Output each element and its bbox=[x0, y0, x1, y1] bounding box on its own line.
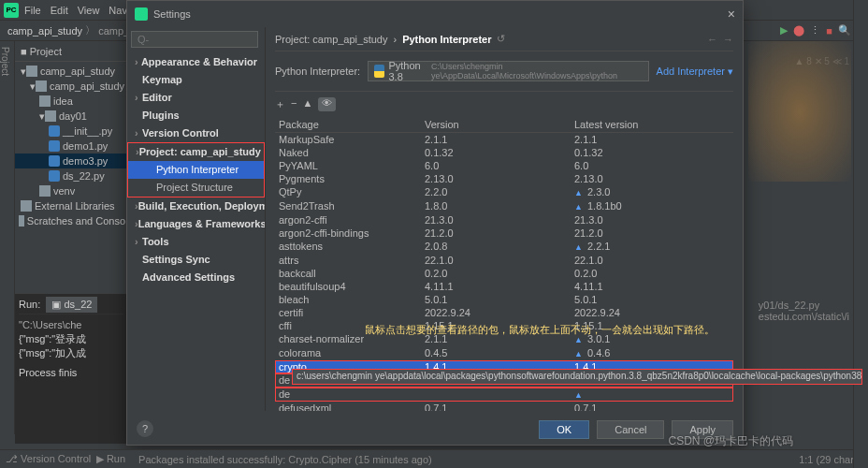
dialog-title: Settings bbox=[153, 8, 191, 20]
dialog-icon bbox=[135, 7, 148, 21]
menu-edit[interactable]: Edit bbox=[51, 5, 68, 16]
nav-back-icon[interactable]: ← bbox=[707, 34, 717, 45]
annotation-text: 鼠标点击想要的查看路径的包，鼠标放在上面不动，一会就会出现如下路径。 bbox=[365, 323, 715, 337]
add-interpreter-link[interactable]: Add Interpreter ▾ bbox=[657, 66, 733, 78]
run-out-3: {"msg":"加入成 bbox=[19, 346, 123, 360]
interpreter-select[interactable]: Python 3.8 C:\Users\chengmin ye\AppData\… bbox=[368, 61, 648, 81]
reset-icon[interactable]: ↺ bbox=[497, 33, 505, 45]
package-row[interactable]: MarkupSafe2.1.12.1.1 bbox=[275, 133, 733, 146]
col-version[interactable]: Version bbox=[425, 119, 574, 130]
more-icon[interactable]: ⋮ bbox=[810, 24, 820, 37]
package-row[interactable]: colorama0.4.5▲ 0.4.6 bbox=[275, 346, 733, 360]
settings-tree-item[interactable]: Settings Sync bbox=[127, 251, 265, 269]
tree-item[interactable]: ▾ camp_api_study bbox=[15, 79, 127, 94]
tree-item[interactable]: demo1.py bbox=[15, 139, 127, 154]
package-row[interactable]: certifi2022.9.242022.9.24 bbox=[275, 306, 733, 319]
status-vc[interactable]: ⎇ Version Control bbox=[6, 453, 91, 465]
breadcrumb-sep: 〉 bbox=[82, 23, 98, 37]
run-tab[interactable]: ▣ ds_22 bbox=[46, 297, 97, 313]
eye-icon[interactable]: 👁 bbox=[318, 97, 336, 111]
tree-item[interactable]: ▾ day01 bbox=[15, 109, 127, 124]
run-out-1: "C:\Users\che bbox=[19, 318, 123, 332]
settings-tree-item[interactable]: Keymap bbox=[127, 71, 265, 89]
status-run[interactable]: ▶ Run bbox=[96, 453, 125, 465]
run-label: Run: bbox=[19, 298, 40, 312]
package-row[interactable]: QtPy2.2.0▲ 2.3.0 bbox=[275, 185, 733, 199]
tree-item[interactable]: ds_22.py bbox=[15, 168, 127, 183]
run-icon[interactable]: ▶ bbox=[780, 24, 788, 37]
tree-item[interactable]: venv bbox=[15, 183, 127, 198]
debug-icon[interactable]: ⬤ bbox=[793, 24, 804, 37]
up-pkg-icon[interactable]: ▲ bbox=[302, 97, 312, 111]
package-row[interactable]: asttokens2.0.8▲ 2.2.1 bbox=[275, 240, 733, 254]
add-pkg-icon[interactable]: ＋ bbox=[275, 97, 285, 111]
settings-tree-item[interactable]: Advanced Settings bbox=[127, 269, 265, 286]
package-row[interactable]: beautifulsoup44.11.14.11.1 bbox=[275, 280, 733, 293]
menu-view[interactable]: View bbox=[78, 5, 100, 16]
project-pane-title: ■ Project bbox=[21, 46, 62, 57]
package-row[interactable]: Naked0.1.320.1.32 bbox=[275, 146, 733, 159]
stop-icon[interactable]: ■ bbox=[826, 25, 832, 37]
settings-search-input[interactable] bbox=[131, 31, 258, 48]
menu-file[interactable]: File bbox=[24, 5, 41, 16]
ok-button[interactable]: OK bbox=[539, 420, 589, 439]
settings-tree-item[interactable]: ›Version Control bbox=[127, 124, 265, 142]
package-row[interactable]: argon2-cffi-bindings21.2.021.2.0 bbox=[275, 227, 733, 240]
tree-item[interactable]: idea bbox=[15, 94, 127, 109]
left-gutter: Project bbox=[0, 41, 15, 434]
package-row[interactable]: Send2Trash1.8.0▲ 1.8.1b0 bbox=[275, 199, 733, 213]
cancel-button[interactable]: Cancel bbox=[597, 420, 664, 439]
package-row[interactable]: de▲ bbox=[275, 388, 733, 402]
settings-tree-item[interactable]: ›Build, Execution, Deployment bbox=[127, 197, 265, 215]
nav-fwd-icon: → bbox=[723, 34, 733, 45]
run-out-4: Process finis bbox=[19, 366, 123, 380]
package-row[interactable]: Pygments2.13.02.13.0 bbox=[275, 172, 733, 185]
package-row[interactable]: PyYAML6.06.0 bbox=[275, 159, 733, 172]
chevron-icon: › bbox=[393, 34, 397, 45]
close-icon[interactable]: × bbox=[728, 7, 735, 22]
settings-tree-item[interactable]: ›Project: camp_api_study bbox=[127, 142, 265, 161]
tree-item[interactable]: demo3.py bbox=[15, 154, 127, 168]
watermark: CSDN @玛卡巴卡的代码 bbox=[668, 433, 793, 449]
python-icon bbox=[374, 65, 384, 78]
settings-tree-item[interactable]: Python Interpreter bbox=[127, 161, 265, 179]
app-icon: PC bbox=[4, 3, 19, 18]
remove-pkg-icon[interactable]: − bbox=[291, 97, 297, 111]
settings-tree-item[interactable]: ›Appearance & Behavior bbox=[127, 53, 265, 71]
package-row[interactable]: defusedxml0.7.10.7.1 bbox=[275, 402, 733, 411]
breadcrumb-root[interactable]: camp_api_study bbox=[7, 25, 82, 37]
path-tooltip: c:\users\chengmin ye\appdata\local\packa… bbox=[292, 369, 862, 385]
right-gutter bbox=[853, 0, 868, 468]
search-icon[interactable]: 🔍 bbox=[838, 24, 851, 37]
help-icon[interactable]: ? bbox=[137, 420, 153, 437]
settings-tree-item[interactable]: ›Editor bbox=[127, 89, 265, 107]
package-row[interactable]: attrs22.1.022.1.0 bbox=[275, 254, 733, 267]
settings-tree-item[interactable]: Plugins bbox=[127, 107, 265, 124]
settings-tree-item[interactable]: ›Languages & Frameworks bbox=[127, 215, 265, 233]
col-package[interactable]: Package bbox=[275, 119, 425, 130]
package-row[interactable]: backcall0.2.00.2.0 bbox=[275, 267, 733, 280]
decorative-character bbox=[748, 41, 851, 182]
settings-crumb-1[interactable]: Project: camp_api_study bbox=[275, 34, 387, 45]
settings-tree-item[interactable]: ›Tools bbox=[127, 233, 265, 251]
interpreter-label: Python Interpreter: bbox=[275, 66, 360, 77]
tree-item[interactable]: External Libraries bbox=[15, 198, 127, 213]
tree-item[interactable]: Scratches and Conso bbox=[15, 213, 127, 228]
package-row[interactable]: bleach5.0.15.0.1 bbox=[275, 293, 733, 306]
run-out-2: {"msg":"登录成 bbox=[19, 332, 123, 346]
tree-item[interactable]: ▾ camp_api_study bbox=[15, 64, 127, 79]
status-msg: Packages installed successfully: Crypto.… bbox=[138, 454, 432, 465]
settings-tree-item[interactable]: Project Structure bbox=[127, 179, 265, 197]
package-row[interactable]: argon2-cffi21.3.021.3.0 bbox=[275, 213, 733, 227]
editor-peek-2: estedu.com\/static\/i bbox=[759, 311, 849, 322]
editor-peek-1: y01/ds_22.py bbox=[759, 300, 849, 311]
col-latest[interactable]: Latest version bbox=[574, 119, 733, 130]
settings-crumb-2: Python Interpreter bbox=[402, 34, 491, 45]
tree-item[interactable]: __init__.py bbox=[15, 124, 127, 139]
